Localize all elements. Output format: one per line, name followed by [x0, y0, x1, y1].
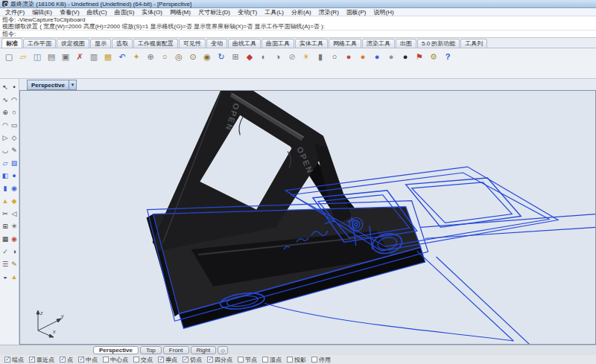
osnap-toggle[interactable]: 停用 — [311, 356, 331, 364]
osnap-toggle[interactable]: 中心点 — [103, 356, 128, 364]
menu-item[interactable]: 曲面(S) — [111, 8, 139, 16]
osnap-toggle[interactable]: 节点 — [238, 356, 257, 364]
toolbar-tab[interactable]: 显示 — [90, 39, 111, 48]
join-tool-icon[interactable]: ⊞ — [1, 220, 10, 232]
new-file-icon[interactable]: ▢ — [2, 50, 16, 63]
solid-box-icon[interactable]: ◧ — [1, 169, 10, 182]
print-icon[interactable]: ▤ — [45, 50, 58, 63]
menu-item[interactable]: 实体(O) — [138, 8, 166, 16]
menu-item[interactable]: 工具(L) — [261, 8, 288, 16]
move-icon[interactable]: ⊕ — [144, 50, 157, 63]
osnap-checkbox[interactable] — [183, 357, 188, 363]
pan-hand-icon[interactable]: ✦ — [130, 50, 143, 63]
arc-tool-icon[interactable]: ◠ — [1, 118, 10, 131]
osnap-toggle[interactable]: 投影 — [287, 356, 306, 364]
open-folder-icon[interactable]: ▱ — [16, 50, 30, 63]
viewport-canvas[interactable]: OPEN OPEN — [19, 90, 596, 345]
menu-item[interactable]: 文件(F) — [1, 8, 28, 16]
copy-icon[interactable]: ▥ — [87, 50, 101, 63]
toolbar-tab[interactable]: 设定视图 — [57, 39, 89, 48]
save-icon[interactable]: ◫ — [31, 50, 44, 63]
curve-edit-icon[interactable]: ✎ — [10, 144, 19, 156]
viewport-tab[interactable]: Right — [191, 346, 217, 354]
osnap-toggle[interactable]: 点 — [60, 356, 73, 364]
paste-icon[interactable]: ▦ — [101, 50, 115, 63]
xray-display-icon[interactable]: ● — [399, 50, 412, 63]
osnap-checkbox[interactable] — [207, 357, 213, 363]
menu-item[interactable]: 查看(V) — [56, 8, 83, 16]
viewport-menu-caret-icon[interactable]: ▼ — [69, 80, 76, 89]
polyline-tool-icon[interactable]: ▷ — [1, 131, 10, 144]
explode-tool-icon[interactable]: ✳ — [10, 220, 19, 232]
menu-item[interactable]: 变动(T) — [234, 8, 261, 16]
rotate-view-icon[interactable]: ↻ — [215, 50, 228, 63]
osnap-checkbox[interactable] — [287, 357, 293, 363]
record-icon[interactable]: ◑ — [271, 50, 285, 63]
osnap-toggle[interactable]: 交点 — [133, 356, 153, 364]
wireframe-display-icon[interactable]: ○ — [328, 50, 341, 63]
zoom-icon[interactable]: ○ — [158, 50, 171, 63]
render-preview-icon[interactable]: ◒ — [1, 270, 10, 283]
layers-grid-icon[interactable]: ⊞ — [229, 50, 242, 63]
menu-item[interactable]: 曲线(C) — [83, 8, 111, 16]
osnap-checkbox[interactable] — [103, 357, 109, 363]
fillet-edge-icon[interactable]: ◆ — [10, 194, 19, 207]
zoom-selected-icon[interactable]: ◉ — [200, 50, 214, 63]
toolbar-tab[interactable]: 工具列 — [460, 39, 487, 48]
shaded-display-icon[interactable]: ● — [342, 50, 355, 63]
osnap-toggle[interactable]: 垂点 — [158, 356, 177, 364]
point-tool-icon[interactable]: • — [10, 80, 19, 93]
osnap-checkbox[interactable] — [133, 357, 139, 363]
surface-loft-icon[interactable]: ▨ — [10, 156, 19, 169]
viewport-title-tab[interactable]: Perspective ▼ — [27, 80, 77, 90]
menu-item[interactable]: 网格(M) — [166, 8, 194, 16]
toolbar-tab[interactable]: 变动 — [206, 39, 227, 48]
flag-icon[interactable]: ⚑ — [413, 50, 426, 63]
disable-icon[interactable]: ⊘ — [285, 50, 299, 63]
visibility-tool-icon[interactable]: ◑ — [10, 245, 19, 258]
curve-freeform-icon[interactable]: ∿ — [1, 93, 10, 106]
toolbar-tab[interactable]: 网格工具 — [329, 39, 361, 48]
toolbar-tab[interactable]: 工作视窗配置 — [133, 39, 178, 48]
osnap-toggle[interactable]: 顶点 — [262, 356, 282, 364]
zoom-extents-icon[interactable]: ⊙ — [186, 50, 200, 63]
toolbar-tab[interactable]: 实体工具 — [295, 39, 328, 48]
menu-item[interactable]: 分析(A) — [288, 8, 315, 16]
osnap-checkbox[interactable] — [262, 357, 268, 363]
boolean-union-icon[interactable]: ◉ — [10, 182, 19, 194]
osnap-toggle[interactable]: 端点 — [4, 356, 24, 364]
capture-view-icon[interactable]: ▣ — [59, 50, 72, 63]
osnap-checkbox[interactable] — [158, 357, 164, 363]
osnap-checkbox[interactable] — [4, 357, 10, 363]
material-icon[interactable]: ◆ — [243, 50, 256, 63]
toolbar-tab[interactable]: 5.0 的新功能 — [417, 39, 460, 48]
undo-icon[interactable]: ↶ — [115, 50, 129, 63]
select-arrow-icon[interactable]: ↖ — [1, 80, 10, 93]
layer-tool-icon[interactable]: ☰ — [1, 258, 10, 270]
curve-interpolate-icon[interactable]: ◠ — [10, 93, 19, 106]
title-bar[interactable]: 最终渲染 (18106 KB) - Undefined (Undefined) … — [0, 0, 596, 8]
toolbar-tab[interactable]: 渲染工具 — [362, 39, 395, 48]
circle-tangent-icon[interactable]: ○ — [10, 106, 19, 118]
osnap-checkbox[interactable] — [311, 357, 317, 363]
lock-icon[interactable]: ▮ — [314, 50, 327, 63]
extrude-curve-icon[interactable]: ▲ — [1, 194, 10, 207]
toolbar-tab[interactable]: 出图 — [396, 39, 416, 48]
history-icon[interactable]: ◐ — [257, 50, 270, 63]
menu-item[interactable]: 渲染(R) — [315, 8, 343, 16]
viewport-tab[interactable]: Top — [140, 346, 162, 354]
trim-tool-icon[interactable]: ✂ — [1, 207, 10, 220]
viewport-tab[interactable]: Front — [163, 346, 189, 354]
gumball-toggle-icon[interactable]: ◉ — [10, 232, 19, 245]
surface-plane-icon[interactable]: ▱ — [1, 156, 10, 169]
osnap-checkbox[interactable] — [29, 357, 35, 363]
toolbar-tab[interactable]: 曲线工具 — [228, 39, 261, 48]
circle-center-icon[interactable]: ⊕ — [1, 106, 10, 118]
offset-curve-icon[interactable]: ◡ — [1, 144, 10, 156]
delete-icon[interactable]: ✗ — [73, 50, 86, 63]
toolbar-tab[interactable]: 标准 — [1, 38, 22, 48]
help-icon[interactable]: ? — [441, 50, 454, 63]
osnap-checkbox[interactable] — [238, 357, 244, 363]
polygon-tool-icon[interactable]: ◇ — [10, 131, 19, 144]
osnap-toggle[interactable]: 最近点 — [29, 356, 54, 364]
